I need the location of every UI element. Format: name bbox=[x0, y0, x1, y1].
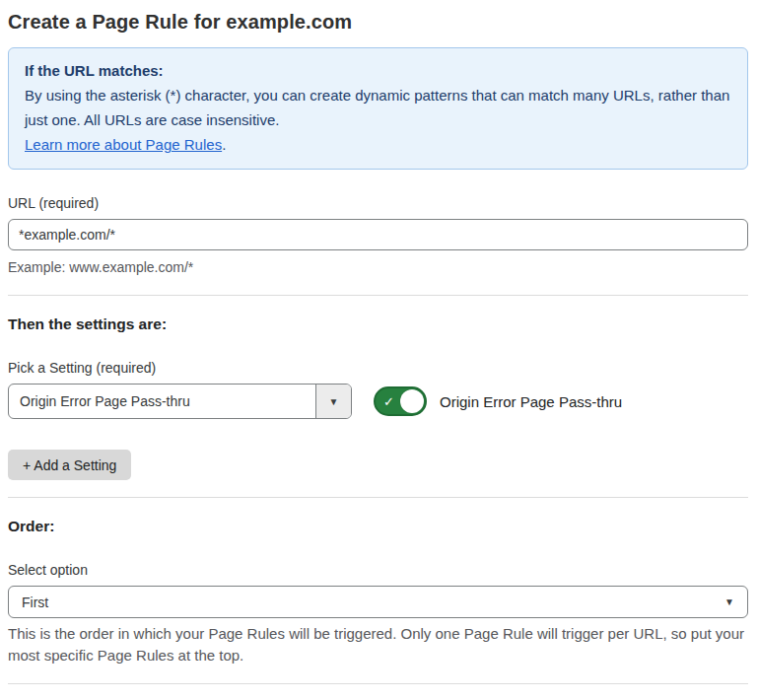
order-section-heading: Order: bbox=[8, 517, 748, 536]
order-select-value: First bbox=[22, 595, 48, 610]
setting-dropdown-value: Origin Error Page Pass-thru bbox=[9, 385, 315, 418]
create-page-rule-form: Create a Page Rule for example.com If th… bbox=[0, 0, 759, 700]
toggle-knob bbox=[400, 389, 424, 413]
url-example-helper: Example: www.example.com/* bbox=[8, 256, 748, 278]
order-helper-text: This is the order in which your Page Rul… bbox=[8, 623, 748, 666]
order-select[interactable]: First ▼ bbox=[8, 586, 748, 618]
setting-dropdown[interactable]: Origin Error Page Pass-thru ▼ bbox=[8, 384, 352, 419]
info-box-heading: If the URL matches: bbox=[25, 58, 731, 83]
info-box-link-line: Learn more about Page Rules. bbox=[25, 132, 731, 157]
order-select-label: Select option bbox=[8, 561, 748, 579]
setting-toggle-label: Origin Error Page Pass-thru bbox=[440, 393, 622, 410]
divider bbox=[8, 295, 748, 296]
url-match-info-box: If the URL matches: By using the asteris… bbox=[8, 47, 748, 170]
check-icon: ✓ bbox=[383, 394, 394, 409]
setting-dropdown-arrow-button[interactable]: ▼ bbox=[315, 385, 351, 418]
setting-row: Origin Error Page Pass-thru ▼ ✓ Origin E… bbox=[8, 384, 748, 419]
settings-section-heading: Then the settings are: bbox=[8, 315, 748, 334]
learn-more-link[interactable]: Learn more about Page Rules bbox=[25, 136, 222, 153]
setting-toggle-on[interactable]: ✓ bbox=[374, 386, 427, 416]
add-setting-button[interactable]: + Add a Setting bbox=[8, 450, 131, 480]
divider bbox=[8, 497, 748, 498]
pick-setting-label: Pick a Setting (required) bbox=[8, 359, 748, 377]
link-period: . bbox=[222, 136, 226, 153]
url-label: URL (required) bbox=[8, 194, 748, 212]
url-input[interactable] bbox=[8, 219, 748, 250]
chevron-down-icon: ▼ bbox=[724, 596, 734, 607]
divider bbox=[8, 683, 748, 684]
chevron-down-icon: ▼ bbox=[329, 396, 339, 407]
info-box-body: By using the asterisk (*) character, you… bbox=[25, 83, 731, 132]
page-title: Create a Page Rule for example.com bbox=[8, 8, 748, 35]
